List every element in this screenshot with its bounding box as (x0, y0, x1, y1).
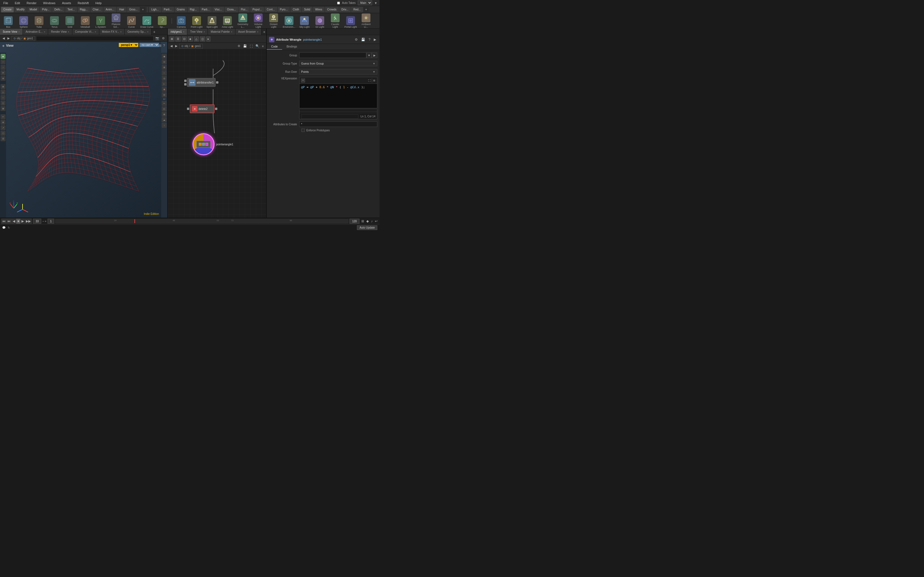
tl-audio-btn[interactable]: ♪ (370, 219, 373, 224)
viewport-help-icon[interactable]: ? (163, 44, 165, 48)
shelf-icon-volumelight[interactable]: Volume Light (251, 13, 265, 29)
vp-tool-4[interactable]: ⊕ (0, 76, 5, 81)
shelf-icon-gilight[interactable]: GI GI Light (313, 16, 327, 29)
tl-next-frame-btn[interactable]: ▶▶ (25, 219, 32, 224)
tab-geo-close[interactable]: × (147, 31, 149, 33)
ne-btn-flags[interactable]: ▸ (206, 37, 210, 42)
node-pointwrangle[interactable]: pointwrangle1 (192, 133, 233, 155)
shelf-icon-torus[interactable]: Torus (47, 16, 61, 29)
ne-zoom-btn[interactable]: 🔍 (255, 44, 260, 48)
props-run-btn[interactable]: ▶ (373, 37, 377, 42)
auto-update-btn[interactable]: Auto Update (357, 225, 377, 230)
shelf-tab-anim[interactable]: Anim... (103, 7, 116, 12)
tl-stop-btn[interactable]: ■ (16, 219, 20, 224)
main-select[interactable]: Main (358, 0, 372, 5)
viewport-snap-icon[interactable]: ⊞ (159, 44, 162, 48)
tl-current-frame[interactable] (33, 219, 41, 224)
auto-takes-checkbox[interactable] (337, 2, 340, 5)
props-tab-bindings[interactable]: Bindings (282, 44, 301, 50)
shelf-icon-tube[interactable]: Tube (32, 16, 46, 29)
ne-btn-bookmarks[interactable]: ◫ (200, 37, 205, 42)
menu-file[interactable]: File (2, 1, 9, 5)
vp-tool-11[interactable]: ⊕ (0, 120, 5, 125)
attr-create-input[interactable] (299, 121, 377, 127)
vp-tool-12[interactable]: ↗ (0, 125, 5, 130)
shelf-tab-popul[interactable]: Popul... (250, 7, 264, 12)
shelf-tab-driv[interactable]: Driv... (339, 7, 351, 12)
shelf-tab-hair[interactable]: Hair (117, 7, 126, 12)
menu-expand-btn[interactable]: ▼ (374, 2, 377, 5)
shelf-tab-create[interactable]: Create (1, 7, 14, 12)
tab-motionfx-close[interactable]: × (120, 31, 121, 33)
path-fwd-btn[interactable]: ▶ (6, 36, 10, 40)
vp-rtool-10[interactable]: ◫ (162, 106, 166, 111)
ne-btn-grid[interactable]: ⊡ (182, 37, 187, 42)
tab-add-right[interactable]: + (262, 30, 266, 34)
node-attribtransfer[interactable]: ⟷ attribtransfer1 (184, 78, 218, 87)
tab-treeview[interactable]: Tree View × (187, 29, 208, 35)
shelf-icon-geometrylight[interactable]: Geometry L... (236, 13, 250, 29)
tab-scene-view[interactable]: Scene View × (0, 29, 23, 35)
vp-rtool-8[interactable]: ⊟ (162, 92, 166, 97)
tl-minus[interactable]: − (42, 219, 44, 223)
ne-expand-btn[interactable]: ⛶ (249, 44, 254, 48)
shelf-add-right[interactable]: + (363, 7, 369, 12)
tab-animation[interactable]: Animation E... × (23, 29, 48, 35)
path-input[interactable] (36, 36, 153, 41)
tab-scene-view-close[interactable]: × (18, 31, 20, 33)
shelf-tab-visc[interactable]: Visc... (212, 7, 224, 12)
shelf-icon-platonic[interactable]: Platonic Sol... (109, 13, 123, 29)
props-help-btn[interactable]: ? (367, 37, 372, 42)
vp-tool-6[interactable]: △ (0, 90, 5, 95)
props-save-btn[interactable]: 💾 (360, 37, 366, 42)
shelf-tab-pyro[interactable]: Pyro... (278, 7, 290, 12)
shelf-tab-model[interactable]: Model (27, 7, 39, 12)
shelf-tab-parti[interactable]: Parti... (162, 7, 174, 12)
shelf-icon-lsystem[interactable]: L-System (94, 16, 108, 29)
tl-plus[interactable]: + (45, 219, 47, 223)
shelf-add-left[interactable]: + (140, 7, 145, 12)
shelf-icon-arealight[interactable]: Area Light (220, 16, 234, 29)
cam-select[interactable]: no cam▼ (139, 43, 159, 47)
vp-tool-1[interactable]: ↔ (0, 60, 5, 64)
ne-more-btn[interactable]: ≡ (261, 44, 265, 48)
ne-btn-layout[interactable]: ⊞ (170, 37, 174, 42)
tab-matpalette-close[interactable]: × (231, 31, 233, 33)
tl-start-btn[interactable]: ⏮ (2, 219, 6, 224)
tl-key-btn[interactable]: ◆ (365, 219, 370, 224)
tab-geo1-close[interactable]: × (183, 31, 184, 33)
shelf-icon-pointlight[interactable]: Point Light (189, 16, 204, 29)
prop-group-input[interactable] (299, 53, 366, 58)
vp-tool-8[interactable]: ◻ (0, 101, 5, 105)
shelf-tab-flui[interactable]: Flui... (239, 7, 250, 12)
ne-path-display[interactable]: ⊙ obj / ▣ geo1 (179, 44, 203, 48)
shelf-tab-cont[interactable]: Cont... (265, 7, 277, 12)
ne-save-btn[interactable]: 💾 (242, 44, 248, 48)
tab-render-close[interactable]: × (68, 31, 69, 33)
props-settings-btn[interactable]: ⚙ (354, 37, 359, 42)
path-cam-btn[interactable]: 📷 (155, 36, 160, 40)
shelf-icon-ambientlight[interactable]: Ambient Li... (359, 13, 373, 29)
prop-runover-select[interactable]: Points ▼ (299, 69, 377, 74)
tab-treeview-close[interactable]: × (204, 31, 205, 33)
tab-anim-close[interactable]: × (44, 31, 45, 33)
vp-rtool-9[interactable]: ✂ (162, 101, 166, 106)
prop-group-menu-btn[interactable]: ▼ (366, 53, 372, 58)
prop-grouptype-select[interactable]: Guess from Group ▼ (299, 61, 377, 66)
vp-tool-3[interactable]: ⟳ (0, 70, 5, 75)
vex-editor[interactable]: @P = @P + 0.6 * @N * ( 1 - @Cd.x ); (299, 84, 377, 108)
vp-rtool-1[interactable]: ◉ (162, 54, 166, 59)
shelf-tab-modify[interactable]: Modify (14, 7, 27, 12)
menu-render[interactable]: Render (26, 1, 38, 5)
tab-composite[interactable]: Composite Vi... × (72, 29, 99, 35)
shelf-icon-curve[interactable]: Curve (124, 16, 139, 29)
vex-wrap-btn[interactable]: ≡ (301, 79, 305, 82)
vp-rtool-11[interactable]: ⊠ (162, 112, 166, 117)
ne-btn-list[interactable]: ☰ (176, 37, 181, 42)
vp-tool-14[interactable]: ☰ (0, 136, 5, 141)
vp-rtool-2[interactable]: ⊡ (162, 60, 166, 64)
vp-tool-7[interactable]: ○ (0, 95, 5, 100)
shelf-icon-causticlight[interactable]: Caustic Light (328, 13, 342, 29)
ne-path-fwd[interactable]: ▶ (174, 44, 178, 48)
shelf-tab-char[interactable]: Char... (90, 7, 103, 12)
